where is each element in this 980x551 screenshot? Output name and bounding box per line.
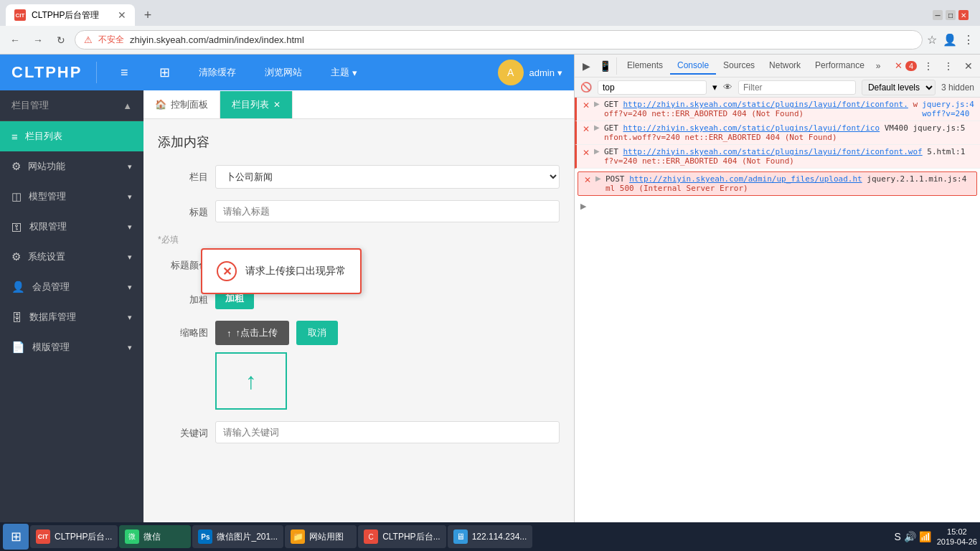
chevron-right-icon: ▾ bbox=[128, 343, 132, 352]
tab-close-icon[interactable]: ✕ bbox=[273, 100, 281, 110]
console-level-select[interactable]: Default levels bbox=[862, 80, 936, 95]
browse-site-button[interactable]: 浏览网站 bbox=[258, 62, 309, 83]
upload-dropzone[interactable]: ↑ bbox=[215, 352, 287, 410]
theme-button[interactable]: 主题 ▾ bbox=[324, 62, 364, 83]
title-input[interactable] bbox=[215, 200, 560, 222]
error-url-link[interactable]: http://zhiyin.skyeah.com/admin/up_files/… bbox=[629, 174, 862, 184]
tab-close-icon[interactable]: ✕ bbox=[118, 9, 126, 21]
taskbar-item-4[interactable]: C CLTPHP后台... bbox=[358, 525, 446, 548]
maximize-button[interactable]: □ bbox=[946, 10, 956, 20]
tab-column-list[interactable]: 栏目列表 ✕ bbox=[220, 91, 293, 118]
error-url-link[interactable]: http://zhiyin.skyeah.com/static/plugins/… bbox=[623, 123, 880, 133]
devtools-tab-sources[interactable]: Sources bbox=[716, 57, 762, 75]
devtools-more-tabs-button[interactable]: » bbox=[872, 58, 885, 74]
console-entry-highlighted: ✕ ▶ POST http://zhiyin.skyeah.com/admin/… bbox=[578, 171, 977, 196]
forward-button[interactable]: → bbox=[29, 31, 47, 50]
address-bar[interactable]: ⚠ 不安全 zhiyin.skyeah.com/admin/index/inde… bbox=[75, 30, 923, 50]
model-icon: ◫ bbox=[11, 190, 22, 203]
error-url-link[interactable]: http://zhiyin.skyeah.com/static/plugins/… bbox=[623, 147, 923, 156]
sidebar-item-database[interactable]: 🗄 数据库管理 ▾ bbox=[0, 302, 143, 332]
devtools-settings-icon[interactable]: ⋮ bbox=[920, 57, 937, 75]
keyword-input[interactable] bbox=[215, 421, 560, 443]
upload-button[interactable]: ↑ ↑点击上传 bbox=[215, 321, 289, 345]
taskbar-app-icon: 🖥 bbox=[453, 529, 468, 544]
start-button[interactable]: ⊞ bbox=[3, 524, 29, 550]
sidebar-item-column-list[interactable]: ≡ 栏目列表 bbox=[0, 121, 143, 151]
console-block-icon: 🚫 bbox=[580, 82, 592, 93]
expand-icon[interactable]: ▶ bbox=[594, 123, 600, 131]
sidebar-item-model-manage[interactable]: ◫ 模型管理 ▾ bbox=[0, 182, 143, 212]
taskbar-app-icon: CIT bbox=[36, 529, 50, 544]
taskbar-item-0[interactable]: CIT CLTPHP后台... bbox=[30, 525, 118, 548]
device-toolbar-button[interactable]: 📱 bbox=[596, 57, 613, 75]
sidebar-item-label: 网站功能 bbox=[28, 160, 65, 173]
admin-name-label[interactable]: admin ▾ bbox=[529, 67, 562, 78]
devtools-tab-elements[interactable]: Elements bbox=[620, 57, 670, 75]
tray-sougou-icon[interactable]: S bbox=[894, 531, 900, 542]
menu-toggle-button[interactable]: ≡ bbox=[111, 60, 137, 85]
sidebar-item-label: 权限管理 bbox=[29, 220, 67, 233]
refresh-button[interactable]: ↻ bbox=[52, 31, 70, 50]
sidebar-item-permission[interactable]: ⚿ 权限管理 ▾ bbox=[0, 212, 143, 242]
active-browser-tab[interactable]: CIT CLTPHP后台管理 ✕ bbox=[6, 4, 135, 26]
console-filter-input[interactable] bbox=[738, 80, 856, 95]
entry-source[interactable]: jquery.js:4woff?v=240 bbox=[922, 100, 974, 118]
thumbnail-row: 缩略图 ↑ ↑点击上传 取消 ↑ bbox=[158, 321, 560, 410]
required-note: *必填 bbox=[158, 234, 560, 246]
grid-toggle-button[interactable]: ⊞ bbox=[151, 60, 177, 85]
admin-dropdown-icon: ▾ bbox=[557, 67, 562, 78]
profile-icon[interactable]: 👤 bbox=[943, 33, 957, 47]
taskbar-item-5[interactable]: 🖥 122.114.234... bbox=[448, 525, 533, 548]
expand-icon[interactable]: ▶ bbox=[594, 147, 600, 155]
minimize-button[interactable]: ─ bbox=[933, 10, 943, 20]
console-context-select[interactable] bbox=[598, 80, 707, 95]
tray-volume-icon[interactable]: 🔊 bbox=[904, 531, 916, 542]
expand-icon[interactable]: ▶ bbox=[594, 100, 600, 108]
tab-favicon: CIT bbox=[14, 9, 26, 21]
taskbar-item-2[interactable]: Ps 微信图片_201... bbox=[192, 525, 283, 548]
devtools-tab-console[interactable]: Console bbox=[670, 57, 716, 75]
error-message: 请求上传接口出现异常 bbox=[245, 265, 346, 278]
tray-network-icon[interactable]: 📶 bbox=[919, 531, 931, 542]
chevron-right-icon: ▾ bbox=[128, 222, 132, 232]
category-select[interactable]: 卜公司新闻 bbox=[215, 165, 560, 189]
error-url-link[interactable]: http://zhiyin.skyeah.com/static/plugins/… bbox=[623, 100, 908, 109]
chevron-right-icon: ▾ bbox=[128, 192, 132, 202]
new-tab-button[interactable]: + bbox=[138, 5, 158, 25]
inspect-element-button[interactable]: ▶ bbox=[578, 57, 595, 75]
console-eye-button[interactable]: 👁 bbox=[723, 82, 732, 93]
sidebar-item-site-function[interactable]: ⚙ 网站功能 ▾ bbox=[0, 151, 143, 182]
back-button[interactable]: ← bbox=[6, 31, 24, 50]
chevron-right-icon: ▾ bbox=[128, 253, 132, 262]
devtools-tab-network[interactable]: Network bbox=[762, 57, 808, 75]
chevron-right-icon: ▾ bbox=[128, 162, 132, 171]
chevron-right-icon: ▾ bbox=[128, 313, 132, 322]
devtools-customize-icon[interactable]: ⋮ bbox=[940, 57, 957, 75]
taskbar-item-label: CLTPHP后台... bbox=[55, 531, 112, 543]
error-dialog: ✕ 请求上传接口出现异常 bbox=[201, 248, 362, 294]
tab-dashboard[interactable]: 🏠 控制面板 bbox=[143, 91, 220, 118]
permission-icon: ⚿ bbox=[11, 221, 22, 233]
taskbar-item-label: 微信图片_201... bbox=[217, 531, 278, 543]
sidebar-item-member-manage[interactable]: 👤 会员管理 ▾ bbox=[0, 272, 143, 302]
error-close-icon[interactable]: ✕ bbox=[895, 60, 903, 71]
site-function-icon: ⚙ bbox=[11, 160, 21, 173]
taskbar-clock[interactable]: 15:02 2019-04-26 bbox=[937, 527, 977, 547]
sidebar-item-template[interactable]: 📄 模版管理 ▾ bbox=[0, 332, 143, 362]
menu-dots-icon[interactable]: ⋮ bbox=[963, 33, 974, 47]
error-icon: ✕ bbox=[583, 100, 590, 110]
taskbar-date-display: 2019-04-26 bbox=[937, 537, 977, 547]
clear-cache-button[interactable]: 清除缓存 bbox=[192, 62, 243, 83]
sidebar-collapse-icon[interactable]: ▲ bbox=[123, 100, 132, 111]
cancel-upload-button[interactable]: 取消 bbox=[296, 321, 338, 345]
sidebar-item-label: 系统设置 bbox=[28, 250, 65, 263]
devtools-close-button[interactable]: ✕ bbox=[960, 57, 977, 75]
expand-icon[interactable]: ▶ bbox=[595, 174, 601, 182]
devtools-tab-performance[interactable]: Performance bbox=[808, 57, 872, 75]
close-window-button[interactable]: ✕ bbox=[958, 10, 969, 20]
taskbar-item-label: 网站用图 bbox=[309, 531, 344, 543]
bookmark-icon[interactable]: ☆ bbox=[927, 33, 937, 47]
sidebar-item-system-settings[interactable]: ⚙ 系统设置 ▾ bbox=[0, 242, 143, 272]
taskbar-item-3[interactable]: 📁 网站用图 bbox=[285, 525, 357, 548]
taskbar-item-1[interactable]: 微 微信 bbox=[119, 525, 191, 548]
